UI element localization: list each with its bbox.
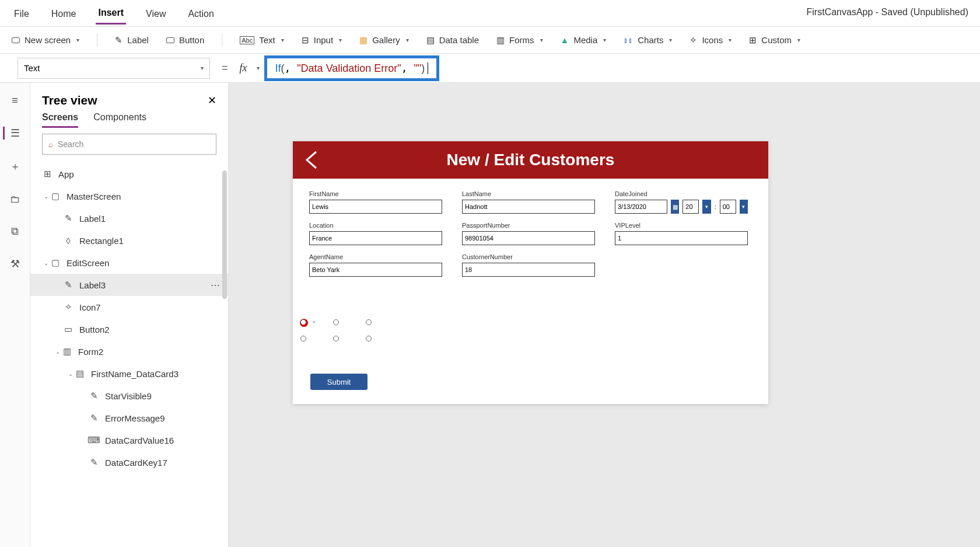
advanced-tools-icon[interactable]: ⚒ — [10, 257, 20, 270]
resize-handle[interactable] — [333, 319, 339, 325]
tree-item-datacardvalue[interactable]: ⌨DataCardValue16 — [30, 429, 228, 451]
menu-action[interactable]: Action — [186, 3, 216, 24]
insert-ribbon: New screen▾ ✎Label Button AbcText▾ ⊟Inpu… — [0, 27, 980, 54]
tree-item-label1[interactable]: ✎Label1 — [30, 207, 228, 229]
chevron-down-icon[interactable]: ⌄ — [312, 318, 316, 324]
resize-handle[interactable] — [300, 336, 306, 342]
screen-header: New / Edit Customers — [293, 141, 768, 179]
menu-home[interactable]: Home — [49, 3, 79, 24]
tree-item-icon7[interactable]: ✧Icon7 — [30, 296, 228, 318]
input-viplevel[interactable] — [615, 231, 748, 245]
hamburger-icon[interactable]: ≡ — [12, 95, 18, 107]
collapse-icon[interactable]: ⌄ — [66, 371, 75, 377]
time-separator: : — [715, 203, 716, 210]
resize-handle[interactable] — [366, 336, 372, 342]
resize-handle[interactable] — [300, 319, 306, 325]
data-table-button[interactable]: ▤Data table — [426, 35, 479, 46]
collapse-icon[interactable]: ⌄ — [54, 349, 62, 355]
formula-input[interactable]: If(, "Data Validation Error", "") — [264, 55, 440, 81]
custom-icon: ⊞ — [749, 35, 757, 46]
input-firstname[interactable] — [309, 200, 442, 214]
more-icon[interactable]: ⋯ — [211, 280, 221, 291]
tree-item-errormessage[interactable]: ✎ErrorMessage9 — [30, 407, 228, 429]
input-customernumber[interactable] — [462, 263, 595, 277]
forms-dropdown[interactable]: ▥Forms▾ — [496, 35, 543, 46]
charts-dropdown[interactable]: ⫾⫾Charts▾ — [624, 35, 672, 45]
calendar-icon[interactable]: ▦ — [671, 200, 679, 214]
text-dropdown[interactable]: AbcText▾ — [240, 35, 284, 45]
input-location[interactable] — [309, 231, 442, 245]
equals-sign: = — [222, 62, 228, 74]
tree-item-starvisible[interactable]: ✎StarVisible9 — [30, 385, 228, 407]
left-nav-rail: ≡ ☰ ＋ 🗀 ⧉ ⚒ — [0, 83, 30, 547]
chevron-down-icon: ▾ — [281, 37, 284, 43]
chevron-down-icon: ▾ — [797, 37, 800, 43]
media-dropdown[interactable]: ▲Media▾ — [561, 35, 607, 45]
menu-view[interactable]: View — [144, 3, 168, 24]
tree-item-app[interactable]: ⊞App — [30, 163, 228, 185]
field-firstname: FirstName — [309, 190, 442, 214]
insert-icon[interactable]: ＋ — [10, 159, 20, 173]
label-passport: PassportNumber — [462, 222, 595, 229]
label-location: Location — [309, 222, 442, 229]
tree-view-icon[interactable]: ☰ — [3, 127, 20, 140]
search-placeholder: Search — [58, 140, 83, 149]
input-passport[interactable] — [462, 231, 595, 245]
input-date[interactable] — [615, 200, 667, 214]
field-location: Location — [309, 222, 442, 245]
property-dropdown[interactable]: Text ▾ — [18, 58, 210, 79]
chevron-down-icon[interactable]: ▾ — [257, 65, 260, 71]
button-button[interactable]: Button — [166, 35, 204, 45]
forms-icon: ▥ — [496, 35, 505, 46]
close-icon[interactable]: ✕ — [208, 94, 216, 107]
menu-file[interactable]: File — [12, 3, 32, 24]
label-icon: ✎ — [115, 35, 123, 46]
back-icon[interactable] — [303, 149, 321, 170]
menu-insert[interactable]: Insert — [96, 2, 126, 25]
search-input[interactable]: ⌕ Search — [42, 134, 216, 155]
scrollbar-thumb[interactable] — [222, 170, 227, 299]
input-dropdown[interactable]: ⊟Input▾ — [302, 35, 342, 46]
label-customernumber: CustomerNumber — [462, 253, 595, 260]
label-firstname: FirstName — [309, 190, 442, 197]
tab-components[interactable]: Components — [93, 112, 146, 128]
collapse-icon[interactable]: ⌄ — [42, 193, 50, 200]
new-screen-button[interactable]: New screen▾ — [12, 35, 79, 45]
field-agentname: AgentName — [309, 253, 442, 277]
label-viplevel: VIPLevel — [615, 222, 748, 229]
gallery-dropdown[interactable]: ▦Gallery▾ — [359, 35, 409, 46]
media-icon: ▲ — [561, 35, 569, 45]
tree-item-label3[interactable]: ✎Label3⋯ — [30, 274, 228, 296]
charts-icon: ⫾⫾ — [624, 35, 633, 45]
label-icon: ✎ — [89, 457, 99, 468]
selected-control-label3[interactable]: ✕ ⌄ — [303, 322, 369, 339]
tree-item-rectangle1[interactable]: ◊Rectangle1 — [30, 229, 228, 252]
tree-item-form2[interactable]: ⌄▥Form2 — [30, 340, 228, 363]
tree-item-editscreen[interactable]: ⌄▢EditScreen — [30, 252, 228, 274]
tree-item-button2[interactable]: ▭Button2 — [30, 318, 228, 340]
tree-item-masterscreen[interactable]: ⌄▢MasterScreen — [30, 185, 228, 207]
input-hour[interactable] — [682, 200, 699, 214]
field-datejoined: DateJoined ▦ ▾ : ▾ — [615, 190, 748, 214]
chevron-down-icon[interactable]: ▾ — [702, 200, 710, 214]
input-agentname[interactable] — [309, 263, 442, 277]
chevron-down-icon[interactable]: ▾ — [740, 200, 748, 214]
label-button[interactable]: ✎Label — [115, 35, 149, 46]
gallery-icon: ▦ — [359, 35, 368, 46]
media-icon[interactable]: ⧉ — [11, 225, 19, 238]
icons-dropdown[interactable]: ✧Icons▾ — [690, 35, 732, 46]
data-icon[interactable]: 🗀 — [10, 193, 20, 205]
custom-dropdown[interactable]: ⊞Custom▾ — [749, 35, 800, 46]
collapse-icon[interactable]: ⌄ — [42, 260, 50, 266]
input-lastname[interactable] — [462, 200, 595, 214]
label-agentname: AgentName — [309, 253, 442, 260]
submit-button[interactable]: Submit — [310, 374, 368, 390]
input-minute[interactable] — [720, 200, 736, 214]
tree-item-datacardkey[interactable]: ✎DataCardKey17 — [30, 451, 228, 473]
tree-view-title: Tree view — [42, 93, 97, 107]
button-icon: ▭ — [63, 324, 74, 335]
tab-screens[interactable]: Screens — [42, 112, 78, 128]
tree-item-datacard[interactable]: ⌄▤FirstName_DataCard3 — [30, 363, 228, 385]
resize-handle[interactable] — [366, 319, 372, 325]
resize-handle[interactable] — [333, 336, 339, 342]
